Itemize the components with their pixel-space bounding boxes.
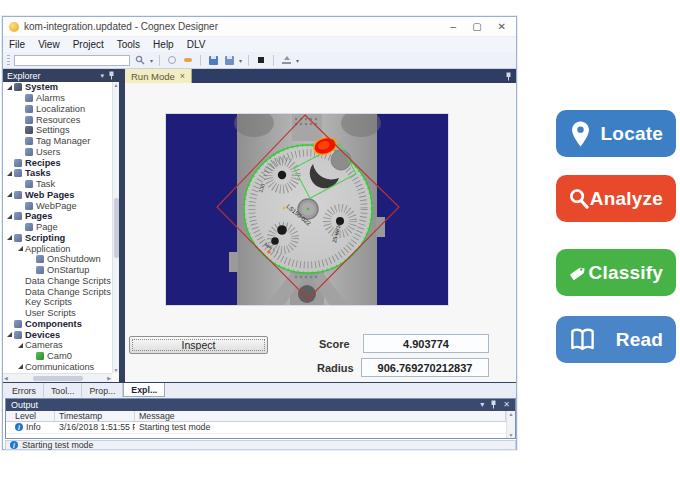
menu-help[interactable]: Help (153, 39, 174, 50)
deploy-icon[interactable] (280, 54, 292, 66)
locate-button[interactable]: Locate (556, 110, 676, 157)
expander-icon[interactable] (6, 331, 13, 338)
refresh-icon[interactable] (166, 54, 178, 66)
tree-item-label: User Scripts (25, 308, 76, 318)
tree-item-settings[interactable]: Settings (3, 125, 112, 136)
expander-icon[interactable] (17, 363, 24, 370)
tree-item-application[interactable]: Application (3, 243, 112, 254)
toolbar-grip[interactable] (7, 55, 10, 66)
expander-icon[interactable] (6, 234, 13, 241)
tree-item-webpage[interactable]: WebPage (3, 200, 112, 211)
menu-dlv[interactable]: DLV (187, 39, 206, 50)
tab-errors[interactable]: Errors (5, 383, 44, 397)
classify-button[interactable]: Classify (556, 249, 676, 296)
tree-item-system[interactable]: System (3, 82, 112, 93)
tree-item-label: System (25, 82, 58, 92)
tab-properties[interactable]: Prop... (82, 383, 123, 397)
tab-explorer[interactable]: Expl... (123, 383, 165, 397)
stop-icon[interactable] (255, 54, 267, 66)
tabbar-pin-icon[interactable] (505, 67, 512, 85)
tree-item-recipes[interactable]: Recipes (3, 157, 112, 168)
expander-icon[interactable] (17, 245, 24, 252)
expander-icon[interactable] (6, 191, 13, 198)
tree-item-components[interactable]: Components (3, 319, 112, 330)
output-vertical-scrollbar[interactable]: ▲ ▼ (506, 411, 515, 438)
output-pin-icon[interactable] (490, 400, 497, 411)
tree-item-localization[interactable]: Localization (3, 104, 112, 115)
tree-item-web-pages[interactable]: Web Pages (3, 190, 112, 201)
column-message[interactable]: Message (135, 411, 506, 421)
tree-item-communications[interactable]: Communications (3, 362, 112, 373)
tree-item-users[interactable]: Users (3, 147, 112, 158)
search-dropdown-icon[interactable]: ▾ (150, 57, 153, 64)
tree-item-data-change-scripts-web[interactable]: Data Change Scripts (Web (3, 286, 112, 297)
analyze-button[interactable]: Analyze (556, 175, 676, 222)
tab-close-icon[interactable]: × (180, 71, 185, 81)
column-level[interactable]: Level (11, 411, 55, 421)
tree-item-scripting[interactable]: Scripting (3, 233, 112, 244)
log-timestamp: 3/16/2018 1:51:55 PM (55, 422, 135, 433)
inspect-button[interactable]: Inspect (129, 336, 268, 354)
maximize-button[interactable]: ▢ (472, 22, 481, 32)
deploy-dropdown-icon[interactable]: ▾ (296, 57, 299, 64)
output-close-icon[interactable]: ✕ (503, 401, 510, 409)
expander-icon[interactable] (17, 342, 24, 349)
explorer-pin-icon[interactable] (108, 71, 115, 81)
explorer-dropdown-icon[interactable]: ▾ (100, 72, 104, 80)
scrollbar-thumb[interactable] (114, 198, 119, 258)
info-icon: i (15, 423, 23, 431)
minimize-button[interactable]: – (451, 22, 457, 32)
scroll-down-icon[interactable]: ▼ (114, 367, 119, 373)
output-dropdown-icon[interactable]: ▾ (480, 401, 484, 409)
menu-project[interactable]: Project (73, 39, 104, 50)
scrollbar-thumb[interactable] (33, 376, 83, 381)
scroll-right-icon[interactable]: ▶ (107, 375, 111, 381)
tree-item-resources[interactable]: Resources (3, 114, 112, 125)
toolbar: ▾ ▾ ▾ (3, 52, 516, 69)
scroll-up-icon[interactable]: ▲ (509, 411, 514, 417)
read-button[interactable]: Read (556, 316, 676, 363)
tree-item-tasks[interactable]: Tasks (3, 168, 112, 179)
menu-file[interactable]: File (9, 39, 25, 50)
tree-item-onstartup[interactable]: OnStartup (3, 265, 112, 276)
menu-tools[interactable]: Tools (117, 39, 140, 50)
expander-icon[interactable] (6, 84, 13, 91)
explorer-horizontal-scrollbar[interactable]: ◀ ▶ (3, 373, 112, 382)
save-all-icon[interactable] (223, 54, 235, 66)
radius-value-field[interactable]: 906.769270212837 (361, 358, 489, 377)
menu-view[interactable]: View (38, 39, 60, 50)
expander-icon[interactable] (6, 170, 13, 177)
search-icon[interactable] (134, 54, 146, 66)
tree-item-task[interactable]: Task (3, 179, 112, 190)
output-log-row[interactable]: i Info 3/16/2018 1:51:55 PM Starting tes… (6, 422, 506, 434)
tasks-icon (14, 169, 22, 177)
tree-item-cam0[interactable]: Cam0 (3, 351, 112, 362)
column-timestamp[interactable]: Timestamp (55, 411, 135, 421)
tree-item-label: Page (36, 222, 58, 232)
search-input[interactable] (14, 55, 130, 66)
highlight-icon[interactable] (182, 54, 194, 66)
close-button[interactable]: ✕ (498, 22, 506, 32)
tree-item-cameras[interactable]: Cameras (3, 340, 112, 351)
tree-item-tag-manager[interactable]: Tag Manager (3, 136, 112, 147)
tree-item-key-scripts[interactable]: Key Scripts (3, 297, 112, 308)
tree-item-pages[interactable]: Pages (3, 211, 112, 222)
tree-item-alarms[interactable]: Alarms (3, 93, 112, 104)
tree-item-onshutdown[interactable]: OnShutdown (3, 254, 112, 265)
scroll-up-icon[interactable]: ▲ (114, 82, 119, 88)
tab-run-mode[interactable]: Run Mode × (125, 69, 192, 83)
save-icon[interactable] (207, 54, 219, 66)
tree-item-data-change-scripts[interactable]: Data Change Scripts (3, 276, 112, 287)
score-value-field[interactable]: 4.903774 (363, 334, 489, 353)
tree-item-user-scripts[interactable]: User Scripts (3, 308, 112, 319)
tab-toolbox[interactable]: Tool... (44, 383, 82, 397)
explorer-vertical-scrollbar[interactable]: ▲ ▼ (112, 82, 119, 373)
expander-icon[interactable] (6, 213, 13, 220)
scroll-down-icon[interactable]: ▼ (509, 432, 514, 438)
tree-item-page[interactable]: Page (3, 222, 112, 233)
tree-item-label: Tag Manager (36, 136, 90, 146)
save-dropdown-icon[interactable]: ▾ (239, 57, 242, 64)
resources-icon (25, 116, 33, 124)
tree-item-devices[interactable]: Devices (3, 329, 112, 340)
scroll-left-icon[interactable]: ◀ (4, 375, 8, 381)
